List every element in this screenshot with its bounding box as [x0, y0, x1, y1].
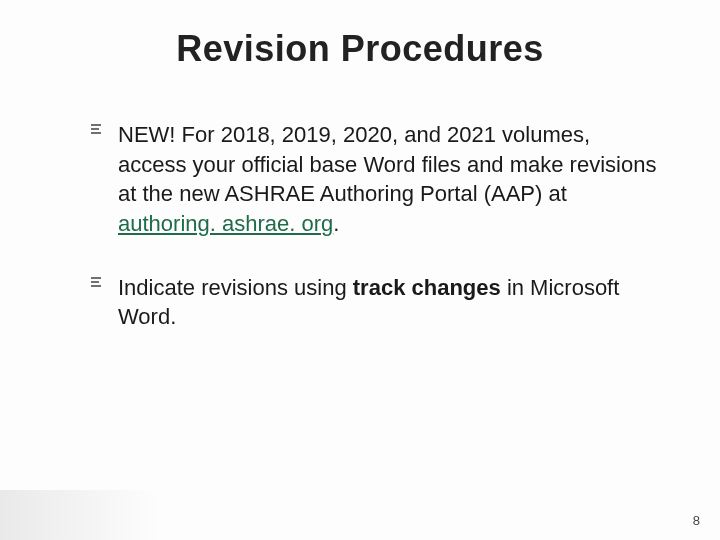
bullet-item: Indicate revisions using track changes i… — [90, 273, 660, 332]
bullet-marker-icon — [90, 275, 104, 289]
bullet-marker-icon — [90, 122, 104, 136]
bullet-text: Indicate revisions using track changes i… — [118, 273, 660, 332]
bullet-text-before-link: For 2018, 2019, 2020, and 2021 volumes, … — [118, 122, 656, 206]
bullet-text-before-bold: Indicate revisions using — [118, 275, 353, 300]
bullet-item: NEW! For 2018, 2019, 2020, and 2021 volu… — [90, 120, 660, 239]
slide: Revision Procedures NEW! For 2018, 2019,… — [0, 0, 720, 540]
bullet-text: NEW! For 2018, 2019, 2020, and 2021 volu… — [118, 120, 660, 239]
bullet-prefix: NEW! — [118, 122, 182, 147]
corner-gradient — [0, 490, 160, 540]
page-number: 8 — [693, 513, 700, 528]
authoring-portal-link[interactable]: authoring. ashrae. org — [118, 211, 333, 236]
slide-body: NEW! For 2018, 2019, 2020, and 2021 volu… — [90, 120, 660, 366]
bullet-bold-text: track changes — [353, 275, 501, 300]
bullet-text-after-link: . — [333, 211, 339, 236]
slide-title: Revision Procedures — [0, 28, 720, 70]
